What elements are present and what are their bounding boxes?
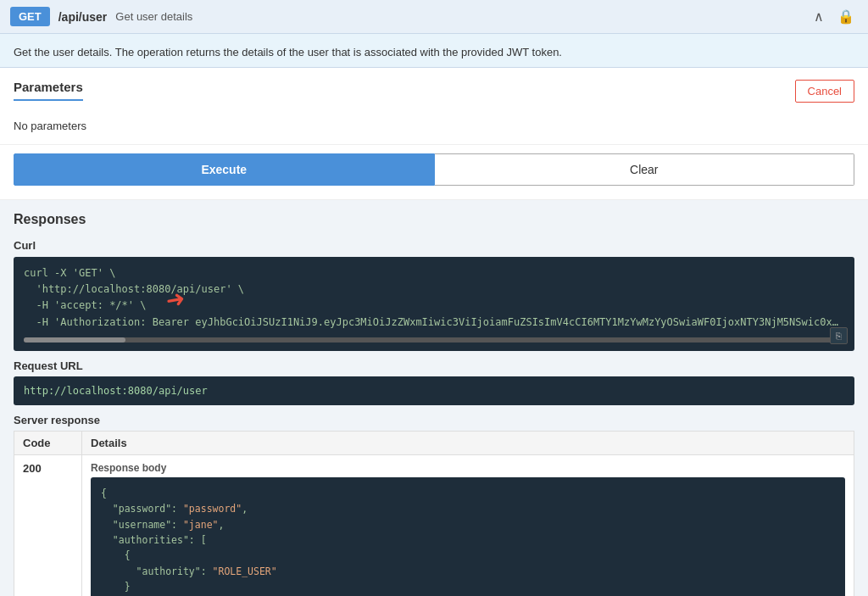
top-bar-icons: ∧ 🔒 xyxy=(810,7,858,26)
details-header: Details xyxy=(82,431,854,454)
curl-scrollbar[interactable] xyxy=(24,337,844,343)
response-details: Response body { "password": "password", … xyxy=(82,454,854,596)
execute-section: Execute Clear xyxy=(0,145,868,200)
description-text: Get the user details. The operation retu… xyxy=(14,46,562,58)
response-code: 200 xyxy=(14,454,82,596)
response-row-200: 200 Response body { "password": "passwor… xyxy=(14,454,854,596)
request-url-block: http://localhost:8080/api/user xyxy=(14,376,854,405)
server-response-label: Server response xyxy=(14,414,854,426)
curl-block: curl -X 'GET' \ 'http://localhost:8080/a… xyxy=(14,257,854,351)
response-body-label: Response body xyxy=(91,462,845,474)
lock-icon-button[interactable]: 🔒 xyxy=(834,7,858,26)
curl-line-2: 'http://localhost:8080/api/user' \ xyxy=(24,281,844,298)
responses-title: Responses xyxy=(14,212,854,227)
curl-label: Curl xyxy=(14,239,854,252)
curl-line-3: -H 'accept: */*' \ xyxy=(24,298,844,314)
responses-section: Responses Curl curl -X 'GET' \ 'http://l… xyxy=(0,200,868,596)
parameters-title: Parameters xyxy=(14,80,83,101)
collapse-button[interactable]: ∧ xyxy=(810,7,827,26)
endpoint-path: /api/user xyxy=(58,10,108,24)
method-badge: GET xyxy=(10,7,50,26)
response-body-block: { "password": "password", "username": "j… xyxy=(91,477,845,596)
parameters-section: Cancel Parameters No parameters xyxy=(0,68,868,145)
endpoint-description: Get user details xyxy=(115,10,192,23)
curl-line-1: curl -X 'GET' \ xyxy=(24,265,844,281)
curl-line-4: -H 'Authorization: Bearer eyJhbGciOiJSUz… xyxy=(24,315,844,331)
clear-button[interactable]: Clear xyxy=(435,153,855,186)
response-table: Code Details 200 Response body { "passwo… xyxy=(14,431,854,596)
curl-copy-button[interactable]: ⎘ xyxy=(830,327,848,344)
cancel-button[interactable]: Cancel xyxy=(795,80,854,103)
description-section: Get the user details. The operation retu… xyxy=(0,34,868,68)
execute-button[interactable]: Execute xyxy=(14,153,435,186)
code-header: Code xyxy=(14,431,82,454)
no-parameters-label: No parameters xyxy=(14,120,854,132)
top-bar: GET /api/user Get user details ∧ 🔒 xyxy=(0,0,868,34)
request-url-label: Request URL xyxy=(14,359,854,372)
